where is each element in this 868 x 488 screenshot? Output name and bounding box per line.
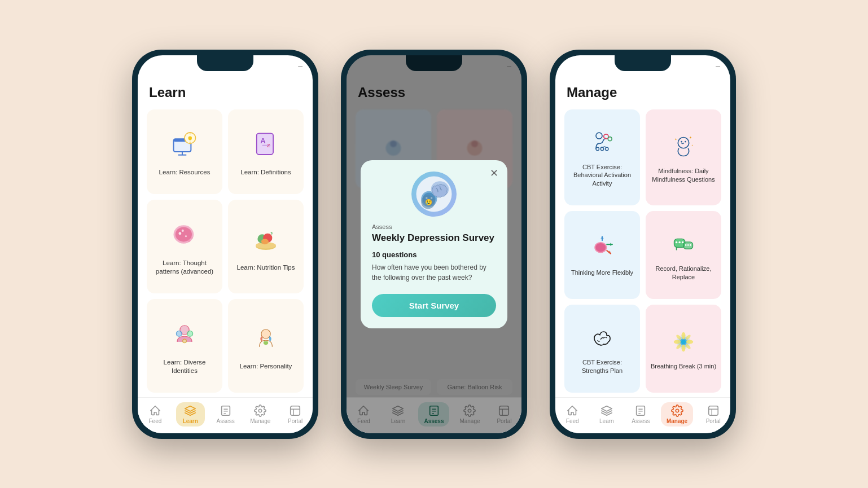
card-thought-patterns[interactable]: Learn: Thought patterns (advanced)	[147, 200, 222, 293]
notch-right	[615, 55, 671, 71]
nav-learn-right[interactable]: Learn	[593, 405, 621, 424]
svg-point-81	[682, 241, 683, 243]
manage-title: Manage	[555, 76, 730, 105]
svg-point-80	[678, 241, 680, 243]
resources-icon	[166, 126, 203, 162]
modal-card: ✕	[361, 160, 507, 328]
modal-overlay: ✕	[347, 55, 521, 433]
cbt-strengths-label: CBT Exercise: Strengths Plan	[569, 358, 635, 375]
card-thinking-flexible[interactable]: Thinking More Flexibly	[564, 211, 640, 299]
svg-point-84	[685, 244, 687, 246]
svg-point-79	[676, 241, 677, 243]
nav-feed-label-left: Feed	[148, 418, 161, 424]
svg-point-68	[685, 141, 686, 143]
minimize-left: –	[298, 61, 303, 70]
thinking-flexible-label: Thinking More Flexibly	[571, 269, 633, 276]
svg-point-67	[681, 141, 682, 143]
phone-learn-inner: – Learn	[138, 55, 313, 433]
nav-feed-left[interactable]: Feed	[141, 405, 169, 424]
card-breathing[interactable]: Breathing Break (3 min)	[646, 305, 721, 393]
thinking-flexible-icon	[586, 232, 618, 264]
card-diverse-identities[interactable]: Learn: Diverse Identities	[147, 299, 222, 393]
svg-text:✦: ✦	[691, 144, 694, 147]
svg-point-17	[188, 239, 191, 242]
svg-point-14	[178, 232, 181, 235]
svg-rect-34	[291, 406, 300, 415]
svg-text:✦: ✦	[674, 138, 677, 141]
svg-rect-104	[708, 406, 718, 415]
svg-point-59	[608, 137, 612, 141]
modal-title: Weekly Depression Survey	[372, 232, 496, 244]
svg-point-25	[176, 331, 182, 336]
phone-learn: – Learn	[132, 50, 318, 439]
record-rationalize-label: Record, Rationalize, Replace	[650, 265, 717, 281]
nav-portal-right[interactable]: Portal	[699, 405, 727, 424]
manage-bottom-nav: Feed Learn Assess Manage	[555, 397, 730, 433]
learn-bottom-nav: Feed Learn Assess Manage	[138, 397, 313, 433]
nav-assess-right[interactable]: Assess	[626, 405, 655, 424]
svg-point-57	[596, 133, 602, 139]
diverse-label: Learn: Diverse Identities	[151, 358, 218, 375]
nav-portal-left[interactable]: Portal	[281, 405, 309, 424]
start-survey-button[interactable]: Start Survey	[372, 294, 496, 317]
nav-manage-label-right: Manage	[667, 418, 687, 424]
svg-point-90	[682, 332, 686, 339]
cbt-behavioral-label: CBT Exercise: Behavioral Activation Acti…	[569, 163, 635, 187]
svg-text:✦: ✦	[689, 137, 692, 140]
nav-portal-label-left: Portal	[288, 418, 303, 424]
nav-feed-right[interactable]: Feed	[558, 405, 586, 424]
svg-point-27	[183, 339, 187, 343]
diverse-icon	[166, 316, 203, 353]
manage-screen: – Manage	[555, 55, 730, 433]
nav-manage-right[interactable]: Manage	[661, 402, 693, 427]
nav-manage-label-left: Manage	[250, 418, 270, 424]
svg-point-18	[191, 237, 192, 239]
card-record-rationalize[interactable]: Record, Rationalize, Replace	[646, 211, 721, 299]
svg-point-98	[681, 340, 686, 344]
svg-point-23	[261, 239, 269, 244]
svg-point-62	[606, 147, 609, 151]
mindfulness-icon: ✦ ✦ ✦	[668, 131, 699, 162]
mindfulness-label: Mindfulness: Daily Mindfulness Questions	[650, 167, 717, 183]
nav-assess-label-left: Assess	[216, 418, 234, 424]
card-personality[interactable]: Learn: Personality	[228, 299, 304, 393]
manage-grid: CBT Exercise: Behavioral Activation Acti…	[555, 105, 730, 397]
notch-left	[197, 55, 253, 71]
learn-screen: – Learn	[138, 55, 313, 433]
card-resources[interactable]: Learn: Resources	[147, 109, 222, 195]
svg-text:😢: 😢	[425, 198, 433, 205]
card-cbt-strengths[interactable]: CBT Exercise: Strengths Plan	[564, 305, 640, 393]
modal-close-button[interactable]: ✕	[490, 167, 498, 179]
svg-point-85	[687, 244, 689, 246]
svg-marker-74	[600, 237, 604, 239]
nav-assess-left[interactable]: Assess	[212, 405, 240, 424]
nav-assess-label-right: Assess	[632, 418, 650, 424]
svg-point-93	[686, 340, 693, 344]
card-definitions[interactable]: A Z Learn: Definitions	[228, 109, 304, 195]
nutrition-icon	[248, 222, 284, 258]
svg-point-91	[682, 345, 686, 351]
nav-learn-left[interactable]: Learn	[176, 402, 205, 427]
modal-avatar: 😢	[411, 172, 457, 217]
modal-badge: Assess	[372, 223, 496, 230]
resources-label: Learn: Resources	[159, 168, 211, 177]
minimize-right: –	[716, 61, 720, 70]
card-mindfulness[interactable]: ✦ ✦ ✦ Mindfulness: Daily Mindfulness Que…	[646, 109, 721, 205]
card-nutrition[interactable]: Learn: Nutrition Tips	[228, 200, 304, 293]
svg-rect-11	[262, 145, 271, 146]
svg-point-15	[185, 235, 187, 237]
svg-point-70	[595, 244, 606, 252]
thought-patterns-label: Learn: Thought patterns (advanced)	[151, 259, 218, 276]
card-cbt-behavioral[interactable]: CBT Exercise: Behavioral Activation Acti…	[564, 109, 640, 205]
nav-manage-left[interactable]: Manage	[246, 405, 274, 424]
modal-questions-count: 10 questions	[372, 250, 496, 259]
nav-feed-label-right: Feed	[566, 418, 579, 424]
svg-rect-99	[637, 406, 645, 415]
learn-title: Learn	[138, 76, 313, 105]
modal-description: How often have you been bothered by the …	[372, 262, 496, 283]
svg-text:A: A	[260, 137, 266, 146]
definitions-icon: A Z	[248, 126, 284, 162]
svg-point-61	[600, 147, 604, 151]
personality-icon	[248, 320, 284, 357]
phone-assess: – Assess Weekly Sleep Survey Game: Ballo…	[341, 50, 527, 439]
